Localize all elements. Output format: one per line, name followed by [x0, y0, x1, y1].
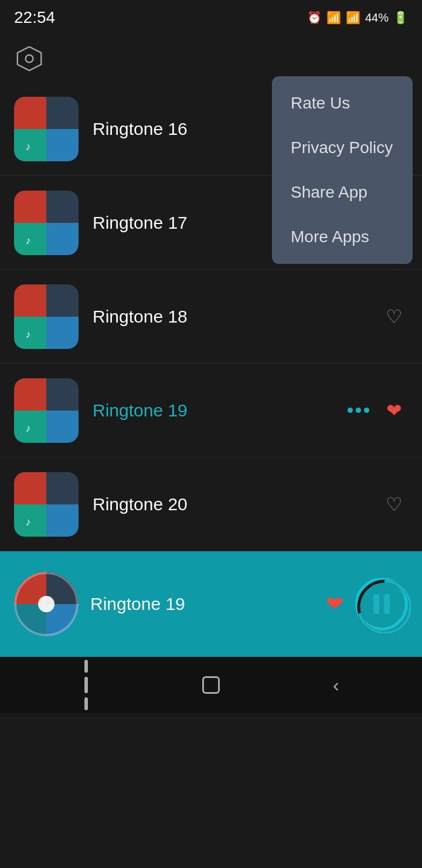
ringtone-thumb-16: ♪: [14, 97, 79, 161]
menu-item-more-apps[interactable]: More Apps: [272, 215, 413, 259]
ringtone-thumb-17: ♪: [14, 191, 79, 255]
now-playing-name: Ringtone 19: [90, 594, 185, 613]
ringtone-name-20: Ringtone 20: [93, 494, 188, 514]
battery-icon: 🔋: [393, 11, 408, 25]
ringtone-item-19[interactable]: ♪ Ringtone 19 ❤: [0, 364, 422, 457]
ringtone-actions-20: ♡: [380, 490, 408, 518]
pause-button[interactable]: [355, 578, 408, 630]
nav-bar: ‹: [0, 657, 422, 713]
disc-center: [38, 596, 55, 612]
menu-item-privacy-policy[interactable]: Privacy Policy: [272, 126, 413, 170]
app-bar: Rate Us Privacy Policy Share App More Ap…: [0, 35, 422, 82]
loading-dots-19: [348, 408, 369, 413]
now-playing-actions: ❤: [326, 578, 408, 630]
ringtone-actions-18: ♡: [380, 303, 408, 331]
recents-icon: [84, 660, 88, 710]
status-bar: 22:54 ⏰ 📶 📶 44% 🔋: [0, 0, 422, 35]
ringtone-item-18[interactable]: ♪ Ringtone 18 ♡: [0, 270, 422, 364]
ringtone-actions-19: ❤: [348, 396, 408, 425]
ringtone-info-19: Ringtone 19: [79, 401, 348, 421]
dropdown-menu: Rate Us Privacy Policy Share App More Ap…: [272, 76, 413, 264]
nav-recents-button[interactable]: [63, 667, 110, 703]
signal-icon: 📶: [346, 11, 360, 25]
back-icon: ‹: [333, 674, 339, 696]
like-button-20[interactable]: ♡: [380, 490, 408, 518]
menu-item-rate-us[interactable]: Rate Us: [272, 81, 413, 126]
svg-point-1: [26, 55, 33, 63]
wifi-icon: 📶: [326, 11, 341, 25]
menu-item-share-app[interactable]: Share App: [272, 170, 413, 215]
nav-back-button[interactable]: ‹: [312, 667, 359, 703]
status-time: 22:54: [14, 8, 55, 27]
ringtone-thumb-19: ♪: [14, 378, 79, 443]
music-note-icon-20: ♪: [18, 512, 39, 533]
music-note-icon-17: ♪: [18, 230, 39, 252]
ringtone-item-20[interactable]: ♪ Ringtone 20 ♡: [0, 457, 422, 551]
music-note-icon-18: ♪: [18, 324, 39, 345]
svg-marker-0: [18, 47, 41, 70]
ringtone-name-18: Ringtone 18: [93, 307, 188, 326]
ringtone-name-19: Ringtone 19: [93, 401, 188, 420]
nav-home-button[interactable]: [188, 667, 234, 703]
now-playing-thumb: [14, 572, 79, 636]
now-playing-info: Ringtone 19: [79, 594, 326, 614]
ringtone-thumb-18: ♪: [14, 284, 79, 349]
home-icon: [202, 676, 220, 694]
now-playing-heart-button[interactable]: ❤: [326, 592, 343, 616]
ringtone-info-20: Ringtone 20: [79, 494, 380, 514]
settings-hex-button[interactable]: [14, 43, 45, 74]
like-button-18[interactable]: ♡: [380, 303, 408, 331]
status-icons: ⏰ 📶 📶 44% 🔋: [307, 11, 408, 25]
music-note-icon-19: ♪: [18, 418, 39, 439]
ringtone-name-17: Ringtone 17: [93, 213, 188, 232]
like-button-19[interactable]: ❤: [380, 396, 408, 425]
music-note-icon-16: ♪: [18, 137, 39, 158]
battery-text: 44%: [365, 11, 389, 25]
ringtone-info-18: Ringtone 18: [79, 307, 380, 327]
ringtone-thumb-20: ♪: [14, 472, 79, 537]
ringtone-name-16: Ringtone 16: [93, 119, 188, 138]
now-playing-bar: Ringtone 19 ❤: [0, 551, 422, 657]
alarm-icon: ⏰: [307, 11, 322, 25]
